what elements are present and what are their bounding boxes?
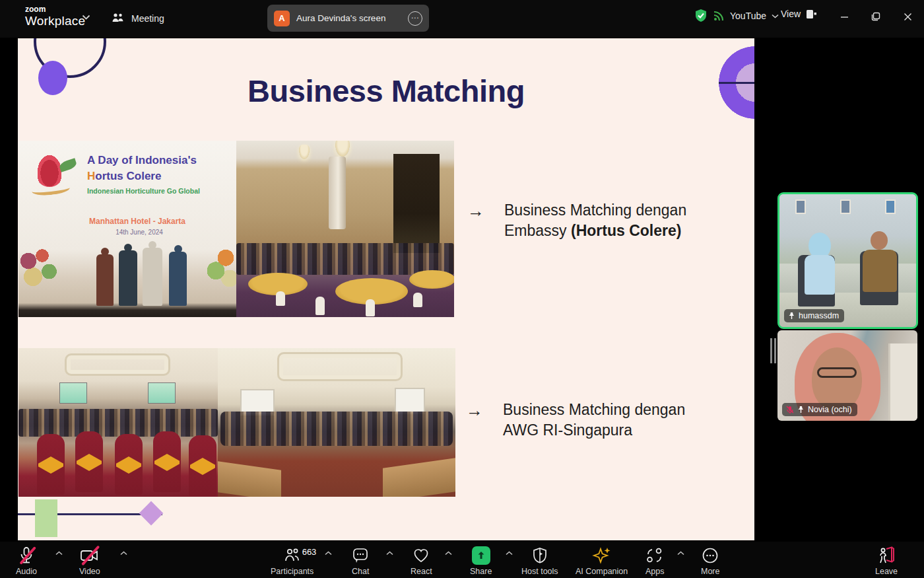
arrow-icon: → <box>466 400 483 441</box>
shared-screen-area: Business Matching A Day of Indonesia's H… <box>0 38 924 542</box>
bullet1-line2-prefix: Embassy <box>504 222 571 239</box>
react-label: React <box>411 567 432 576</box>
tab-shared-screen[interactable]: A Aura Devinda's screen ⋯ <box>267 5 429 32</box>
participants-options-chevron[interactable] <box>325 551 332 556</box>
wall-frame-decor <box>795 199 806 214</box>
heart-icon <box>412 546 430 565</box>
more-icon <box>702 546 719 565</box>
tab-options-icon[interactable]: ⋯ <box>408 11 422 26</box>
door-decor <box>888 343 917 421</box>
ribbon-chair <box>75 431 103 492</box>
participant-name-chip: humassdm <box>784 309 844 322</box>
view-layout-icon <box>806 9 817 19</box>
wall-frame-decor <box>885 199 896 214</box>
chevron-down-icon <box>772 14 779 18</box>
presentation-slide: Business Matching A Day of Indonesia's H… <box>18 38 754 540</box>
youtube-label: YouTube <box>730 11 766 21</box>
ai-companion-button[interactable]: AI Companion <box>576 546 628 576</box>
banner-venue: Manhattan Hotel - Jakarta <box>71 217 203 226</box>
table-decor <box>218 461 281 497</box>
person-figure <box>119 250 137 306</box>
projection-screen <box>59 382 87 404</box>
video-tile-novia[interactable]: Novia (ochi) <box>777 330 917 421</box>
apps-icon <box>645 546 664 565</box>
onion-logo-icon <box>36 153 63 187</box>
sparkle-icon <box>592 546 612 565</box>
chair-decor <box>315 297 325 315</box>
tab-meeting[interactable]: Meeting <box>111 9 164 28</box>
maximize-button[interactable] <box>860 0 892 33</box>
avatar: A <box>274 11 290 26</box>
react-button[interactable]: React <box>411 546 432 576</box>
livestream-group[interactable]: YouTube <box>694 9 779 23</box>
apps-options-chevron[interactable] <box>677 551 684 556</box>
arrow-icon: → <box>467 200 484 241</box>
leave-icon <box>876 546 896 565</box>
share-button[interactable]: Share <box>470 546 492 576</box>
bullet-awg-text: Business Matching dengan AWG RI-Singapur… <box>503 400 701 441</box>
apps-label: Apps <box>645 567 665 576</box>
ribbon-chair <box>153 431 181 492</box>
top-bar: zoom Workplace Meeting A Aura Devinda's … <box>0 0 924 38</box>
more-label: More <box>701 567 719 576</box>
audio-button[interactable]: Audio <box>16 546 37 576</box>
banner-title-hl: H <box>87 170 95 182</box>
brand-zoom: zoom <box>25 5 85 14</box>
chat-options-chevron[interactable] <box>386 551 393 556</box>
participants-icon: 663 <box>284 546 301 565</box>
person-hijab-blue <box>805 255 835 295</box>
minimize-button[interactable] <box>828 0 860 33</box>
more-button[interactable]: More <box>701 546 719 576</box>
people-icon <box>111 12 125 25</box>
zoom-window: zoom Workplace Meeting A Aura Devinda's … <box>0 0 924 578</box>
window-controls <box>828 0 924 33</box>
person-figure <box>169 252 187 306</box>
chevron-down-icon[interactable] <box>82 15 90 20</box>
chair-decor <box>276 291 285 306</box>
apps-button[interactable]: Apps <box>645 546 665 576</box>
host-tools-button[interactable]: Host tools <box>521 546 558 576</box>
bullet2-line1: Business Matching dengan <box>503 401 685 418</box>
chair-decor <box>366 299 375 316</box>
participant-name: Novia (ochi) <box>808 405 852 414</box>
banner-title-line1: A Day of Indonesia's <box>87 154 236 167</box>
photo-hortus-colere-banner: A Day of Indonesia's Hortus Colere Indon… <box>18 141 236 317</box>
shared-screen-title: Aura Devinda's screen <box>296 13 401 23</box>
ribbon-chair <box>115 434 143 495</box>
share-label: Share <box>470 567 492 576</box>
page-title: Business Matching <box>18 73 754 109</box>
video-options-chevron[interactable] <box>120 551 127 556</box>
chandelier-decor <box>335 141 350 157</box>
banner-subtitle: Indonesian Horticulture Go Global <box>87 187 236 195</box>
leave-label: Leave <box>875 567 898 576</box>
meeting-toolbar: Audio Video 663 Participants Chat <box>0 542 924 578</box>
photo-meeting-room-chairs <box>18 348 218 497</box>
bullet1-line2-bold: (Hortus Colere) <box>571 222 681 239</box>
participant-name-chip: Novia (ochi) <box>782 403 857 416</box>
react-options-chevron[interactable] <box>445 551 452 556</box>
share-options-chevron[interactable] <box>506 551 513 556</box>
participants-button[interactable]: 663 Participants <box>271 546 314 576</box>
decor-diamond <box>139 501 164 526</box>
leave-button[interactable]: Leave <box>875 546 898 576</box>
chat-label: Chat <box>352 567 369 576</box>
ceiling-decor <box>277 352 403 381</box>
close-button[interactable] <box>892 0 924 33</box>
chat-button[interactable]: Chat <box>352 546 369 576</box>
audio-options-chevron[interactable] <box>55 551 63 556</box>
projection-screen <box>148 382 176 404</box>
person-figure <box>96 254 114 306</box>
bullet-embassy: → Business Matching dengan Embassy (Hort… <box>467 200 702 241</box>
video-button[interactable]: Video <box>79 546 100 576</box>
video-tile-humassdm[interactable]: humassdm <box>777 192 918 329</box>
swoosh-decor <box>31 182 70 197</box>
person-head <box>871 231 888 250</box>
audience-crowd <box>236 243 454 275</box>
view-button[interactable]: View <box>781 9 817 19</box>
camera-off-icon <box>80 546 100 565</box>
participants-count: 663 <box>302 547 317 557</box>
panel-resize-handle[interactable] <box>770 338 776 363</box>
pin-icon <box>797 406 805 414</box>
banner-title-line2: Hortus Colere <box>87 170 236 183</box>
audience-crowd <box>18 409 218 437</box>
